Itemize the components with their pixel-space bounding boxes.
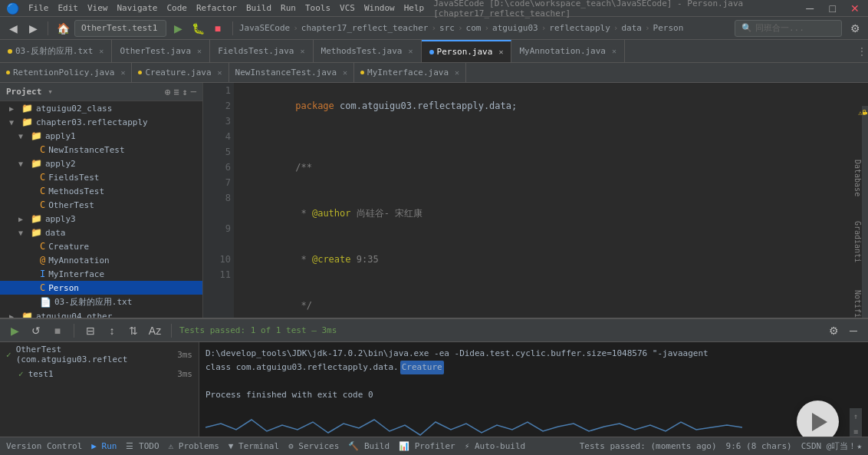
code-area[interactable]: package com.atguigu03.reflectapply.data;… [234,83,868,318]
tree-item[interactable]: C NewInstanceTest [0,143,202,157]
menu-tools[interactable]: Tools [305,3,330,13]
debug-btn[interactable]: 🐛 [189,20,206,37]
breadcrumb-javasecode[interactable]: JavaSECode [239,23,290,33]
tab-close[interactable]: ✕ [408,47,413,55]
tab2-retentionpolicy[interactable]: RetentionPolicy.java ✕ [0,63,132,82]
notifications-label[interactable]: Notifications [853,290,862,318]
breadcrumb-src[interactable]: src [439,23,455,33]
sidebar-icon-settings[interactable]: ≡ [173,87,179,97]
tab-myannotation[interactable]: MyAnnotation.java ✕ [511,40,625,62]
tree-item[interactable]: 📄 03-反射的应用.txt [0,295,202,309]
back-btn[interactable]: ◀ [5,20,21,37]
tree-item[interactable]: C FieldsTest [0,170,202,184]
console-icon-1[interactable]: ⇑ [853,410,858,424]
tab-close[interactable]: ✕ [498,48,503,56]
run-item-othertest[interactable]: ✓ OtherTest (com.atguigu03.reflect 3ms [0,342,199,367]
tree-item[interactable]: ▶ 📁 apply3 [0,212,202,226]
breadcrumb-com[interactable]: com [466,23,482,33]
console-icon-2[interactable]: ≡ [853,425,858,437]
tab-methodstest[interactable]: MethodsTest.java ✕ [314,40,422,62]
run-settings-btn[interactable]: ⚙ [825,322,842,339]
run-btn[interactable]: ▶ [169,20,186,37]
run-expand-btn[interactable]: ↕ [104,322,120,339]
tree-item[interactable]: C MethodsTest [0,184,202,198]
tab2-close[interactable]: ✕ [343,68,347,77]
tree-item[interactable]: ▼ 📁 apply1 [0,129,202,143]
menu-vcs[interactable]: VCS [340,3,355,13]
tree-item[interactable]: C OtherTest [0,198,202,212]
forward-btn[interactable]: ▶ [25,20,41,37]
menu-build[interactable]: Build [246,3,271,13]
tree-item[interactable]: ▼ 📁 apply2 [0,157,202,170]
breadcrumb-atguigu03[interactable]: atguigu03 [492,23,538,33]
tab2-close[interactable]: ✕ [455,68,459,77]
maximize-btn[interactable]: □ [826,0,840,17]
run-rerun-btn[interactable]: ↺ [28,322,44,339]
search-box[interactable]: 🔍 同班合一... [735,20,842,37]
autobuild-tab[interactable]: ⚡ Auto-build [465,441,525,451]
home-btn[interactable]: 🏠 [54,20,71,37]
build-tab[interactable]: 🔨 Build [348,441,390,451]
database-label[interactable]: Database [853,160,862,196]
tab-close[interactable]: ✕ [99,47,104,55]
run-close-btn[interactable]: ─ [845,322,862,339]
tab2-newinstancetest[interactable]: NewInstanceTest.java ✕ [229,63,354,82]
menu-window[interactable]: Window [364,3,395,13]
tree-item[interactable]: ▼ 📁 chapter03.reflectapply [0,115,202,129]
run-sort-btn[interactable]: ⇅ [125,322,142,339]
minimize-btn[interactable]: ─ [803,0,817,17]
run-play-btn[interactable]: ▶ [6,322,23,339]
stop-btn[interactable]: ■ [209,20,226,37]
tab-othertest[interactable]: OtherTest.java ✕ [112,40,210,62]
breadcrumb-person[interactable]: Person [653,23,684,33]
run-tab[interactable]: ▶ Run [91,441,117,451]
services-tab[interactable]: ⚙ Services [288,441,339,451]
tab2-myinterface[interactable]: MyInterface.java ✕ [354,63,466,82]
breadcrumb-reflectapply[interactable]: reflectapply [549,23,610,33]
profiler-tab[interactable]: 📊 Profiler [399,441,455,451]
tree-item[interactable]: C Creature [0,239,202,253]
play-overlay-btn[interactable] [797,401,839,437]
todo-tab[interactable]: ☰ TODO [126,441,159,451]
menu-edit[interactable]: Edit [58,3,79,13]
tree-item[interactable]: I MyInterface [0,267,202,281]
terminal-tab[interactable]: ▼ Terminal [229,441,279,451]
sidebar-icon-collapse[interactable]: ↕ [182,87,188,97]
run-stop-btn[interactable]: ■ [49,322,66,339]
tab-close[interactable]: ✕ [300,47,304,55]
menu-refactor[interactable]: Refactor [196,3,237,13]
problems-tab[interactable]: ⚠ Problems [169,441,219,451]
run-config-path[interactable]: OtherTest.test1 [74,20,166,37]
run-filter-btn[interactable]: ⊟ [82,322,99,339]
sidebar-icon-pin[interactable]: ─ [191,87,196,97]
tree-item[interactable]: ▶ 📁 atguigu04.other [0,309,202,318]
tab2-creature[interactable]: Creature.java ✕ [132,63,229,82]
tree-item[interactable]: @ MyAnnotation [0,253,202,267]
menu-run[interactable]: Run [281,3,296,13]
menu-navigate[interactable]: Navigate [117,3,158,13]
close-btn[interactable]: ✕ [848,0,862,17]
run-item-test1[interactable]: ✓ test1 3ms [0,367,199,381]
tree-item[interactable]: ▼ 📁 data [0,226,202,239]
run-alphabetical-btn[interactable]: Az [146,322,163,339]
tab-person[interactable]: Person.java ✕ [422,40,512,62]
menu-file[interactable]: File [28,3,49,13]
menu-view[interactable]: View [87,3,108,13]
editor[interactable]: 1 2 3 4 5 6 7 8 9 10 11 package com.atgu… [203,83,868,318]
version-control-tab[interactable]: Version Control [6,441,82,451]
tab-overflow-btn[interactable]: ⋮ [856,40,868,62]
tab-03txt[interactable]: 03-反射的应用.txt ✕ [0,40,112,62]
menu-code[interactable]: Code [166,3,187,13]
sidebar-icon-sync[interactable]: ⊕ [165,87,170,97]
tab2-close[interactable]: ✕ [120,68,125,77]
breadcrumb-chapter[interactable]: chapter17_reflect_teacher [301,23,429,33]
tab-fieldstest[interactable]: FieldsTest.java ✕ [210,40,313,62]
menu-help[interactable]: Help [404,3,425,13]
settings-btn[interactable]: ⚙ [847,20,863,37]
breadcrumb-data[interactable]: data [621,23,642,33]
tab-close[interactable]: ✕ [612,47,616,55]
tab2-close[interactable]: ✕ [218,68,222,77]
tab-close[interactable]: ✕ [197,47,202,55]
gradianti-label[interactable]: Gradianti [853,221,862,262]
tree-item[interactable]: ▶ 📁 atguigu02_class [0,101,202,115]
